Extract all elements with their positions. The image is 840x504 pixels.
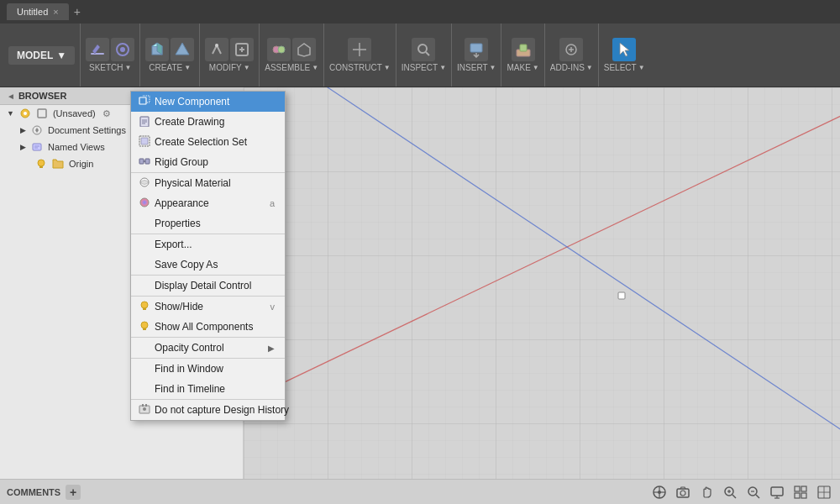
rigid-group-icon — [138, 155, 151, 169]
create-section: CREATE ▼ — [140, 24, 200, 87]
assemble-section: ASSEMBLE ▼ — [260, 24, 324, 87]
pan-icon[interactable] — [650, 483, 669, 501]
sidebar-nv-label: Named Views — [48, 142, 105, 152]
svg-point-57 — [658, 491, 661, 494]
menu-item-capture-design-history[interactable]: Do not capture Design History — [131, 399, 285, 420]
properties-label: Properties — [155, 218, 201, 229]
svg-marker-4 — [176, 43, 189, 55]
svg-rect-35 — [139, 159, 144, 164]
menu-item-rigid-group[interactable]: Rigid Group — [131, 152, 285, 172]
add-tab-icon[interactable]: + — [74, 5, 81, 18]
document-tab[interactable]: Untitled × — [7, 3, 69, 20]
construct-arrow: ▼ — [384, 64, 391, 71]
svg-rect-46 — [142, 404, 144, 407]
addins-arrow: ▼ — [586, 64, 593, 71]
svg-point-39 — [140, 198, 149, 207]
sketch-icon-1[interactable] — [86, 38, 109, 61]
svg-rect-70 — [795, 486, 800, 491]
svg-rect-67 — [771, 487, 783, 496]
menu-item-create-drawing[interactable]: Create Drawing — [131, 112, 285, 132]
unsaved-box-icon — [36, 108, 48, 119]
menu-item-new-component[interactable]: New Component — [131, 92, 285, 112]
menu-item-physical-material[interactable]: Physical Material — [131, 172, 285, 193]
construct-label[interactable]: CONSTRUCT ▼ — [329, 63, 391, 72]
titlebar: Untitled × + — [0, 0, 840, 24]
grid-icon[interactable] — [791, 483, 810, 501]
new-component-icon — [138, 95, 151, 108]
create-arrow: ▼ — [184, 64, 191, 71]
svg-point-13 — [418, 45, 427, 53]
svg-rect-73 — [801, 493, 806, 498]
modify-label[interactable]: MODIFY ▼ — [209, 63, 250, 72]
find-in-window-label: Find in Window — [155, 363, 223, 375]
assemble-icon-2[interactable] — [292, 38, 316, 61]
svg-point-42 — [141, 322, 148, 328]
appearance-shortcut: a — [270, 198, 275, 208]
show-hide-shortcut: v — [270, 302, 276, 312]
sketch-label[interactable]: SKETCH ▼ — [89, 63, 131, 72]
svg-line-61 — [732, 495, 736, 498]
inspect-label[interactable]: INSPECT ▼ — [402, 63, 446, 72]
assemble-icon-1[interactable] — [267, 38, 291, 61]
menu-item-opacity-control[interactable]: Opacity Control ▶ — [131, 337, 285, 358]
addins-icon-1[interactable] — [559, 38, 583, 61]
sidebar-left-arrow[interactable]: ◄ — [7, 92, 15, 101]
perspective-icon[interactable] — [815, 483, 833, 501]
create-label[interactable]: CREATE ▼ — [149, 63, 191, 72]
comments-add-icon[interactable]: + — [66, 485, 81, 500]
svg-point-40 — [141, 302, 148, 308]
modify-icon-2[interactable] — [230, 38, 254, 61]
sidebar-ds-label: Document Settings — [48, 125, 126, 135]
menu-item-appearance[interactable]: Appearance a — [131, 193, 285, 213]
appearance-label: Appearance — [155, 197, 209, 209]
svg-rect-36 — [145, 159, 150, 164]
menu-item-show-hide[interactable]: Show/Hide v — [131, 296, 285, 317]
menu-item-export[interactable]: Export... — [131, 234, 285, 255]
camera-icon[interactable] — [674, 483, 692, 501]
svg-rect-0 — [91, 53, 104, 55]
menu-item-create-selection-set[interactable]: Create Selection Set — [131, 132, 285, 152]
svg-rect-15 — [470, 44, 482, 52]
assemble-label[interactable]: ASSEMBLE ▼ — [265, 63, 318, 72]
make-label[interactable]: MAKE ▼ — [507, 63, 538, 72]
sidebar-unsaved-label: (Unsaved) — [53, 108, 96, 118]
insert-icon-1[interactable] — [465, 38, 488, 61]
find-in-timeline-label: Find in Timeline — [155, 383, 225, 395]
zoom-fit-icon[interactable] — [744, 483, 763, 501]
svg-point-10 — [278, 46, 285, 53]
menu-item-display-detail-control[interactable]: Display Detail Control — [131, 275, 285, 296]
make-section: MAKE ▼ — [501, 24, 544, 87]
addins-section: ADD-INS ▼ — [545, 24, 599, 87]
menu-item-find-in-window[interactable]: Find in Window — [131, 358, 285, 379]
hand-icon[interactable] — [697, 483, 716, 501]
modify-icon-1[interactable] — [205, 38, 228, 61]
comments-label: COMMENTS — [7, 487, 60, 497]
display-detail-control-label: Display Detail Control — [155, 280, 251, 291]
create-icon-1[interactable] — [145, 38, 169, 61]
physical-material-label: Physical Material — [155, 177, 231, 189]
zoom-icon[interactable] — [721, 483, 739, 501]
sketch-icon-2[interactable] — [111, 38, 134, 61]
menu-item-find-in-timeline[interactable]: Find in Timeline — [131, 379, 285, 399]
menu-item-properties[interactable]: Properties — [131, 213, 285, 234]
canvas-area[interactable] — [244, 87, 840, 479]
inspect-icon-1[interactable] — [412, 38, 435, 61]
menu-item-save-copy-as[interactable]: Save Copy As — [131, 255, 285, 275]
create-icon-2[interactable] — [171, 38, 194, 61]
sidebar: ◄ BROWSER − ▼ (Unsaved) ⚙ ▶ Document Set… — [0, 87, 244, 479]
make-icon-1[interactable] — [512, 38, 535, 61]
select-icon-1[interactable] — [612, 38, 636, 61]
menu-item-show-all-components[interactable]: Show All Components — [131, 317, 285, 337]
context-menu: New Component Create Drawing Create Sele… — [130, 91, 286, 421]
construct-icon-1[interactable] — [348, 38, 371, 61]
model-button[interactable]: MODEL ▼ — [8, 46, 75, 65]
sketch-arrow: ▼ — [125, 64, 132, 71]
inspect-arrow: ▼ — [439, 64, 446, 71]
addins-label[interactable]: ADD-INS ▼ — [550, 63, 593, 72]
tab-close-icon[interactable]: × — [53, 7, 58, 17]
svg-rect-27 — [39, 166, 43, 168]
main-area: ◄ BROWSER − ▼ (Unsaved) ⚙ ▶ Document Set… — [0, 87, 840, 479]
select-label[interactable]: SELECT ▼ — [604, 63, 645, 72]
insert-label[interactable]: INSERT ▼ — [457, 63, 496, 72]
display-icon[interactable] — [768, 483, 786, 501]
